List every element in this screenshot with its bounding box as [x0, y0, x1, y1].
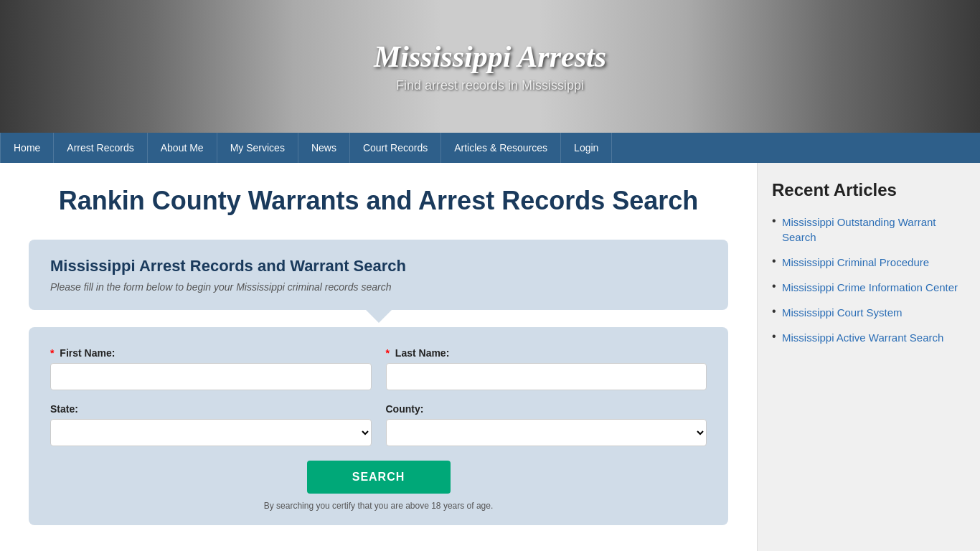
nav-court-records[interactable]: Court Records	[350, 133, 441, 163]
sidebar-list-item: Mississippi Criminal Procedure	[772, 255, 966, 270]
name-row: * First Name: * Last Name:	[50, 347, 707, 390]
site-header: Mississippi Arrests Find arrest records …	[0, 0, 980, 133]
nav-articles-resources[interactable]: Articles & Resources	[441, 133, 561, 163]
sidebar-list-item: Mississippi Court System	[772, 305, 966, 320]
first-name-group: * First Name:	[50, 347, 372, 390]
search-button[interactable]: SEARCH	[307, 461, 451, 494]
first-name-required: *	[50, 347, 54, 359]
site-title: Mississippi Arrests	[374, 39, 606, 74]
main-nav: Home Arrest Records About Me My Services…	[0, 133, 980, 163]
site-subtitle: Find arrest records in Mississippi	[396, 78, 584, 93]
location-row: State: County:	[50, 403, 707, 446]
last-name-group: * Last Name:	[386, 347, 707, 390]
form-disclaimer: By searching you certify that you are ab…	[50, 501, 707, 511]
first-name-label: * First Name:	[50, 347, 372, 359]
county-label: County:	[386, 403, 707, 415]
nav-my-services[interactable]: My Services	[217, 133, 298, 163]
page-body: Rankin County Warrants and Arrest Record…	[0, 163, 980, 551]
sidebar-list-item: Mississippi Outstanding Warrant Search	[772, 215, 966, 245]
sidebar-article-link[interactable]: Mississippi Outstanding Warrant Search	[782, 216, 936, 243]
first-name-input[interactable]	[50, 363, 372, 390]
state-select[interactable]	[50, 419, 372, 446]
county-select[interactable]	[386, 419, 707, 446]
main-content: Rankin County Warrants and Arrest Record…	[0, 163, 758, 551]
last-name-input[interactable]	[386, 363, 707, 390]
search-form: * First Name: * Last Name: State:	[29, 327, 728, 525]
sidebar-article-link[interactable]: Mississippi Crime Information Center	[782, 281, 958, 293]
nav-home[interactable]: Home	[0, 133, 54, 163]
form-box-subtitle: Please fill in the form below to begin y…	[50, 281, 707, 293]
nav-login[interactable]: Login	[561, 133, 612, 163]
form-box-title: Mississippi Arrest Records and Warrant S…	[50, 257, 707, 276]
county-group: County:	[386, 403, 707, 446]
sidebar-list-item: Mississippi Crime Information Center	[772, 280, 966, 295]
nav-news[interactable]: News	[298, 133, 350, 163]
sidebar-article-link[interactable]: Mississippi Court System	[782, 306, 903, 319]
state-group: State:	[50, 403, 372, 446]
recent-articles-list: Mississippi Outstanding Warrant SearchMi…	[772, 215, 966, 345]
info-box: Mississippi Arrest Records and Warrant S…	[29, 240, 728, 310]
sidebar: Recent Articles Mississippi Outstanding …	[758, 163, 980, 551]
last-name-label: * Last Name:	[386, 347, 707, 359]
sidebar-title: Recent Articles	[772, 180, 966, 200]
nav-arrest-records[interactable]: Arrest Records	[54, 133, 147, 163]
sidebar-list-item: Mississippi Active Warrant Search	[772, 330, 966, 345]
state-label: State:	[50, 403, 372, 415]
page-title: Rankin County Warrants and Arrest Record…	[29, 184, 728, 218]
nav-about-me[interactable]: About Me	[148, 133, 217, 163]
sidebar-article-link[interactable]: Mississippi Active Warrant Search	[782, 331, 943, 344]
sidebar-article-link[interactable]: Mississippi Criminal Procedure	[782, 256, 929, 268]
last-name-required: *	[386, 347, 390, 359]
